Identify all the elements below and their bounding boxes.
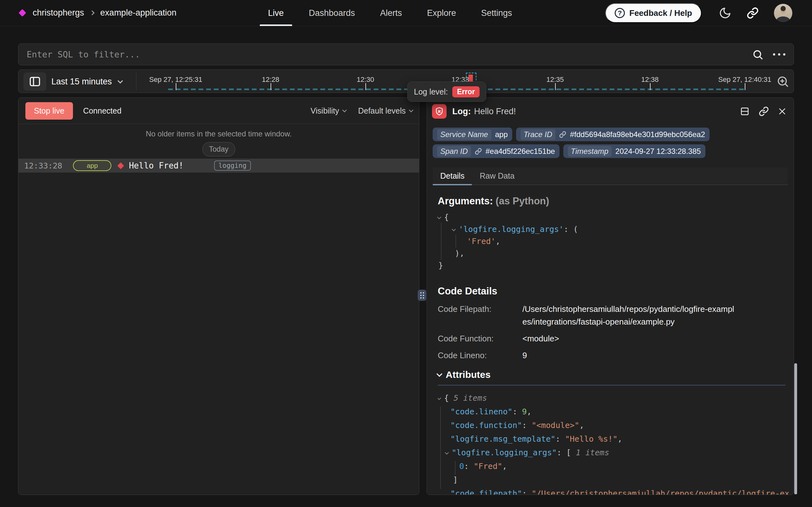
feedback-help-label: Feedback / Help xyxy=(629,8,692,18)
close-icon[interactable] xyxy=(778,107,787,116)
badge-span-id[interactable]: Span ID#ea4d5f226ec151be xyxy=(433,145,560,158)
time-range-bar: Last 15 minutes Sep 27, 12:25:3112:2812:… xyxy=(18,69,794,93)
timeline-tick-label: 12:28 xyxy=(262,75,279,84)
badge-label: Timestamp xyxy=(568,146,612,157)
stop-live-button[interactable]: Stop live xyxy=(25,102,73,120)
timeline-tick-mark xyxy=(745,83,745,90)
timeline-tick-mark xyxy=(176,83,176,90)
badge-value: 2024-09-27 12:33:28.385 xyxy=(615,147,701,156)
code-detail-value: <module> xyxy=(522,332,559,345)
user-avatar[interactable] xyxy=(774,4,792,22)
tooltip-error-badge: Error xyxy=(452,86,480,97)
code-line: "code.function": "<module>", xyxy=(438,418,789,432)
arguments-code-block: {'logfire.logging_args': ('Fred',),} xyxy=(438,211,789,272)
breadcrumb-project[interactable]: example-application xyxy=(100,8,176,18)
badge-trace-id[interactable]: Trace ID#fdd5694a8fa98eb4e301d99ebc056ea… xyxy=(516,127,709,141)
collapse-chevron-icon[interactable] xyxy=(437,215,441,219)
chevron-right-icon xyxy=(90,10,95,15)
collapse-chevron-icon[interactable] xyxy=(438,396,441,400)
details-scrollbar-thumb[interactable] xyxy=(794,363,797,494)
live-view-panel: Stop live Connected Visibility Default l… xyxy=(18,97,419,495)
link-icon xyxy=(475,148,482,155)
service-badge[interactable]: app xyxy=(73,160,111,171)
attributes-divider xyxy=(438,385,785,386)
more-options-icon[interactable] xyxy=(773,53,785,56)
timeline-tick-label: 12:30 xyxy=(357,75,374,84)
logfire-logo-icon[interactable] xyxy=(18,9,26,16)
details-header: Log: Hello Fred! xyxy=(432,101,789,122)
meta-badges: Service NameappTrace ID#fdd5694a8fa98eb4… xyxy=(433,127,788,158)
sql-filter-input[interactable] xyxy=(27,50,752,59)
tooltip-label: Log level: xyxy=(414,87,448,97)
empty-state-message: No older items in the selected time wind… xyxy=(18,129,419,138)
feedback-help-button[interactable]: ? Feedback / Help xyxy=(605,3,702,23)
tab-explore[interactable]: Explore xyxy=(427,0,456,26)
visibility-dropdown[interactable]: Visibility xyxy=(311,106,346,115)
breadcrumb: christophergs example-application xyxy=(33,8,176,18)
theme-toggle-moon-icon[interactable] xyxy=(719,7,732,19)
app-root: christophergs example-application LiveDa… xyxy=(0,0,812,507)
chevron-down-icon xyxy=(342,108,347,112)
badge-label: Span ID xyxy=(437,146,471,157)
copy-link-icon[interactable] xyxy=(759,106,769,116)
error-shield-icon xyxy=(432,104,447,119)
collapse-chevron-icon[interactable] xyxy=(452,227,456,231)
split-view-icon[interactable] xyxy=(740,106,750,116)
search-icon[interactable] xyxy=(752,49,763,60)
logging-tag[interactable]: logging xyxy=(214,161,251,171)
timeline-tick-label: Sep 27, 12:25:31 xyxy=(149,75,202,84)
timeline-track[interactable]: Sep 27, 12:25:3112:2812:3012:3312:3512:3… xyxy=(18,70,794,93)
timeline-tick-label: Sep 27, 12:40:31 xyxy=(718,75,771,84)
code-detail-row: Code Lineno:9 xyxy=(438,349,771,362)
code-line: "code.lineno": 9, xyxy=(438,405,789,418)
code-line: } xyxy=(438,260,789,272)
badge-label: Trace ID xyxy=(520,129,555,140)
arguments-heading: Arguments: (as Python) xyxy=(438,195,549,207)
tab-raw-data[interactable]: Raw Data xyxy=(472,168,522,185)
badge-service-name: Service Nameapp xyxy=(433,127,512,141)
code-line: 'Fred', xyxy=(438,235,789,247)
tab-details[interactable]: Details xyxy=(433,168,472,185)
sql-filter-bar xyxy=(18,44,794,65)
code-detail-value: /Users/christophersamiullah/repos/pydant… xyxy=(522,303,738,328)
code-line: "logfire.msg_template": "Hello %s!", xyxy=(438,432,789,446)
code-detail-label: Code Lineno: xyxy=(438,349,522,362)
question-circle-icon: ? xyxy=(615,8,625,18)
timeline-tick-mark xyxy=(365,83,366,90)
tab-live[interactable]: Live xyxy=(268,0,284,26)
collapse-chevron-icon xyxy=(436,371,442,377)
attributes-heading[interactable]: Attributes xyxy=(436,369,491,380)
code-detail-row: Code Function:<module> xyxy=(438,332,771,345)
log-row[interactable]: 12:33:28 app Hello Fred! logging xyxy=(18,159,419,173)
code-detail-label: Code Function: xyxy=(438,332,522,345)
code-line: 0: "Fred", xyxy=(438,459,789,473)
timeline-tick-mark xyxy=(555,83,556,90)
timeline-tick-label: 12:38 xyxy=(641,75,659,84)
connection-status: Connected xyxy=(83,106,122,115)
default-levels-dropdown[interactable]: Default levels xyxy=(358,106,412,115)
tab-settings[interactable]: Settings xyxy=(481,0,512,26)
zoom-in-button[interactable] xyxy=(776,75,789,88)
code-line: { 5 items xyxy=(438,391,789,405)
tab-alerts[interactable]: Alerts xyxy=(380,0,402,26)
attributes-code-block: { 5 items"code.lineno": 9,"code.function… xyxy=(438,391,789,495)
chevron-down-icon xyxy=(409,108,413,112)
code-details-rows: Code Filepath:/Users/christophersamiulla… xyxy=(438,303,771,366)
timeline-tick-mark xyxy=(650,83,650,90)
live-panel-header: Stop live Connected Visibility Default l… xyxy=(18,98,419,124)
error-level-diamond-icon xyxy=(117,162,124,169)
badge-timestamp: Timestamp2024-09-27 12:33:28.385 xyxy=(563,145,705,158)
nav-right-cluster: ? Feedback / Help xyxy=(605,0,792,26)
today-button[interactable]: Today xyxy=(202,142,235,156)
breadcrumb-org[interactable]: christophergs xyxy=(33,8,84,18)
code-line: { xyxy=(438,211,789,223)
detail-tabs: DetailsRaw Data xyxy=(433,168,788,185)
log-message: Hello Fred! xyxy=(129,161,183,170)
tab-dashboards[interactable]: Dashboards xyxy=(309,0,355,26)
badge-value: #ea4d5f226ec151be xyxy=(486,147,555,156)
collapse-chevron-icon[interactable] xyxy=(445,451,449,455)
log-details-panel: Log: Hello Fred! Service NameappTrace ID… xyxy=(427,97,794,495)
timeline-tick-mark xyxy=(270,83,271,90)
share-link-icon[interactable] xyxy=(747,7,759,19)
panel-resize-handle[interactable] xyxy=(418,290,426,301)
